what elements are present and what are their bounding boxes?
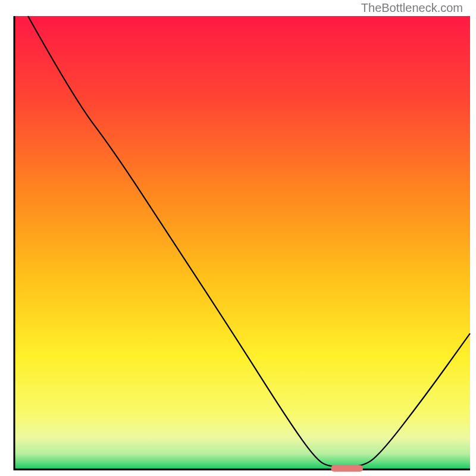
chart-svg — [0, 0, 476, 476]
optimal-marker — [331, 465, 363, 472]
watermark-text: TheBottleneck.com — [361, 1, 463, 15]
plot-background — [14, 16, 470, 469]
